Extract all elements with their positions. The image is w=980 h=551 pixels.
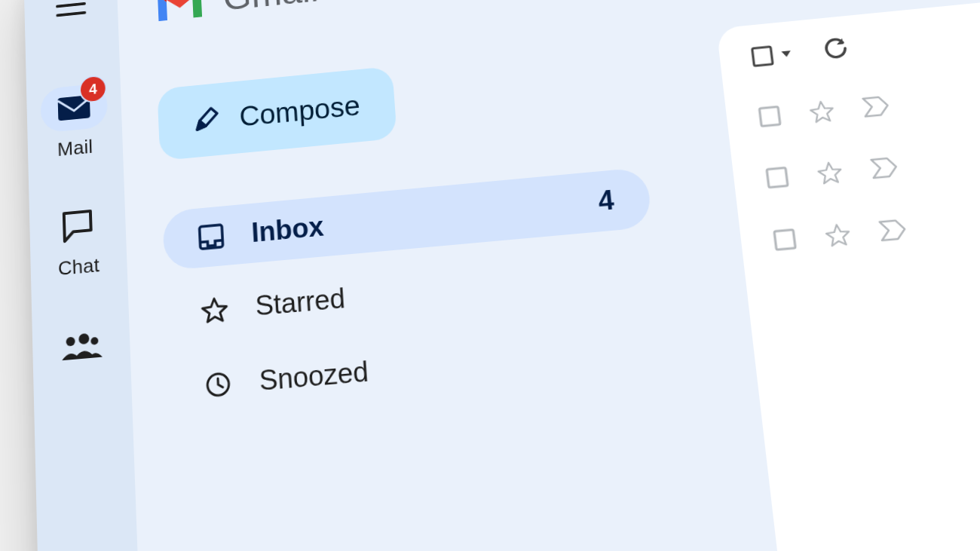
folder-list: Inbox 4 Starred Snoozed	[162, 161, 732, 420]
row-important-icon[interactable]	[869, 156, 899, 179]
row-important-icon[interactable]	[861, 95, 890, 118]
refresh-button[interactable]	[822, 36, 850, 62]
navigation-sidebar: Gmail Compose Inbox 4	[116, 0, 792, 551]
select-all-control[interactable]	[749, 42, 794, 68]
svg-line-1	[57, 4, 84, 7]
pencil-icon	[191, 106, 219, 135]
row-checkbox-icon[interactable]	[757, 104, 783, 128]
rail-item-mail[interactable]: 4 Mail	[40, 83, 109, 163]
spaces-icon	[46, 320, 116, 373]
folder-label: Inbox	[251, 211, 325, 249]
rail-item-spaces[interactable]	[46, 320, 116, 373]
star-icon	[201, 295, 229, 325]
svg-rect-14	[774, 230, 795, 250]
app-title: Gmail	[222, 0, 320, 19]
rail-label-chat: Chat	[58, 254, 100, 280]
folder-count: 4	[597, 185, 616, 218]
rail-item-chat[interactable]: Chat	[43, 200, 113, 282]
gmail-logo[interactable]: Gmail	[153, 0, 687, 26]
folder-label: Starred	[255, 283, 346, 323]
svg-rect-11	[752, 47, 773, 66]
list-toolbar	[749, 0, 980, 69]
mail-icon: 4	[40, 83, 108, 133]
message-row[interactable]	[771, 179, 980, 253]
checkbox-icon	[749, 44, 775, 69]
main-menu-button[interactable]	[56, 0, 87, 17]
gmail-logo-icon	[153, 0, 207, 24]
row-checkbox-icon[interactable]	[764, 165, 791, 190]
svg-point-6	[90, 337, 98, 345]
row-star-icon[interactable]	[824, 222, 853, 248]
row-star-icon[interactable]	[808, 99, 836, 125]
caret-down-icon	[779, 49, 793, 59]
chat-icon	[43, 200, 112, 252]
svg-rect-12	[759, 107, 780, 127]
refresh-icon	[822, 36, 850, 62]
svg-point-5	[78, 333, 89, 344]
compose-label: Compose	[239, 90, 361, 132]
clock-icon	[204, 369, 232, 399]
svg-point-4	[66, 337, 75, 347]
row-checkbox-icon[interactable]	[772, 227, 798, 252]
compose-button[interactable]: Compose	[157, 66, 397, 161]
message-row[interactable]	[764, 116, 980, 191]
app-window: 4 Mail Chat	[23, 0, 980, 551]
row-important-icon[interactable]	[877, 218, 908, 242]
rail-label-mail: Mail	[57, 136, 93, 161]
folder-label: Snoozed	[259, 356, 369, 397]
inbox-icon	[197, 222, 225, 252]
svg-rect-13	[767, 167, 788, 187]
row-star-icon[interactable]	[816, 160, 844, 186]
svg-line-2	[57, 13, 84, 16]
mail-badge: 4	[81, 76, 106, 103]
message-rows	[757, 54, 980, 253]
